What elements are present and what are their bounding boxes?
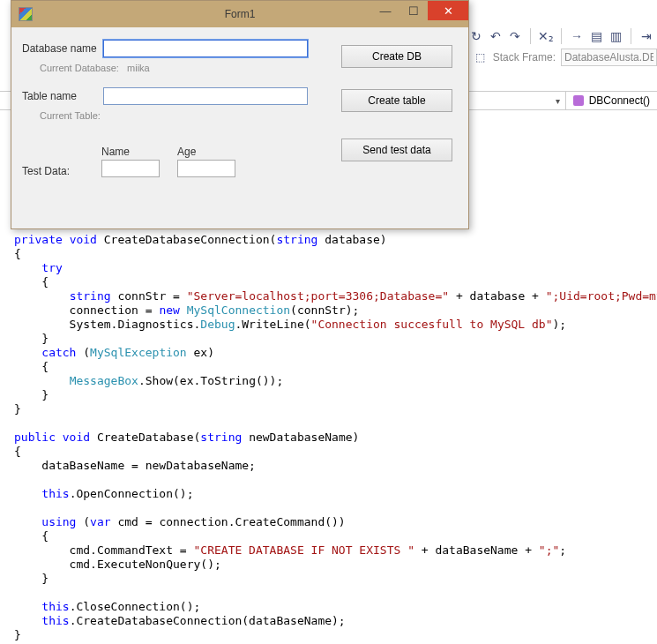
code-editor[interactable]: private void CreateDatabaseConnection(st… <box>14 233 657 642</box>
cube-icon <box>573 95 584 106</box>
database-name-input[interactable] <box>103 40 308 57</box>
minimize-button[interactable]: — <box>371 1 399 20</box>
app-icon <box>19 7 33 21</box>
bookmark-icon[interactable]: ⇥ <box>639 29 653 43</box>
maximize-button[interactable]: ☐ <box>399 1 428 20</box>
stackframe-input[interactable] <box>561 49 657 66</box>
ide-toolbar: ; ↻ ↶ ↷ ✕₂ → ▤ ▥ ⇥ <box>450 25 657 48</box>
method-selector[interactable]: DBConnect() <box>565 92 657 109</box>
create-table-button[interactable]: Create table <box>341 89 452 112</box>
table-name-label: Table name <box>22 90 103 102</box>
send-test-data-button[interactable]: Send test data <box>341 139 452 161</box>
table-name-input[interactable] <box>103 87 308 105</box>
outline-icon[interactable]: ▥ <box>608 29 623 43</box>
age-input[interactable] <box>177 160 235 177</box>
stackframe-label: Stack Frame: <box>493 51 556 64</box>
name-input[interactable] <box>101 160 160 177</box>
current-database-value: miika <box>127 63 150 73</box>
database-name-label: Database name <box>22 42 103 55</box>
arrow-icon[interactable]: → <box>570 29 584 43</box>
titlebar[interactable]: Form1 — ☐ ✕ <box>11 1 468 27</box>
stackframe-bar: ⬚ Stack Frame: <box>474 49 657 66</box>
stackframe-icon[interactable]: ⬚ <box>474 50 488 64</box>
form1-window: Form1 — ☐ ✕ Database name Current Databa… <box>11 0 469 229</box>
step-forward-icon[interactable]: ↷ <box>508 29 522 43</box>
refresh-icon[interactable]: ↻ <box>469 29 483 43</box>
name-label: Name <box>101 146 160 158</box>
stack-icon[interactable]: ▤ <box>589 29 603 43</box>
dropdown-arrow-icon[interactable]: ▾ <box>551 96 565 106</box>
test-data-label: Test Data: <box>22 165 84 177</box>
config-icon[interactable]: ✕₂ <box>539 29 553 43</box>
age-label: Age <box>177 146 235 158</box>
step-back-icon[interactable]: ↶ <box>489 29 503 43</box>
create-db-button[interactable]: Create DB <box>341 45 452 68</box>
method-name: DBConnect() <box>589 94 650 107</box>
close-button[interactable]: ✕ <box>428 1 468 20</box>
